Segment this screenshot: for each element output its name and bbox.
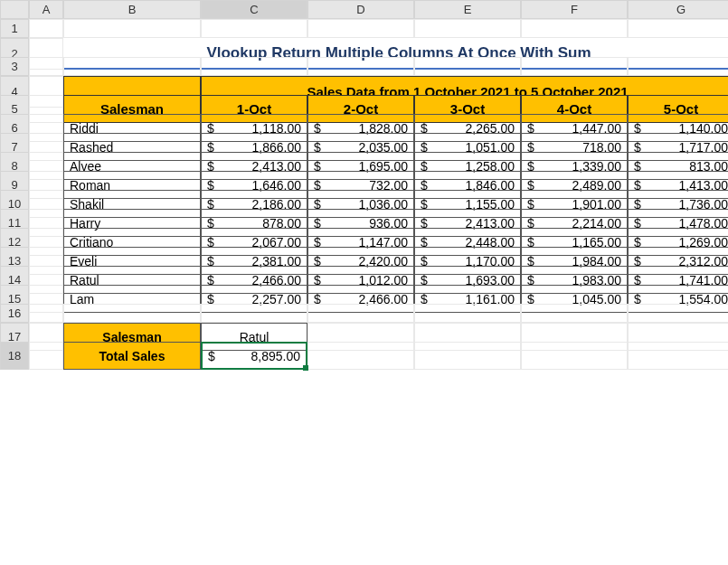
cell[interactable]	[628, 19, 728, 38]
cell[interactable]	[307, 19, 414, 38]
row-header-1[interactable]: 1	[0, 19, 29, 38]
fill-handle[interactable]	[303, 365, 308, 371]
cell[interactable]	[63, 57, 201, 76]
select-all-corner[interactable]	[0, 0, 29, 19]
cell[interactable]	[29, 57, 63, 76]
cell[interactable]	[201, 304, 307, 323]
cell[interactable]	[307, 57, 414, 76]
cell[interactable]	[29, 304, 63, 323]
cell[interactable]	[521, 57, 628, 76]
cell[interactable]	[628, 304, 728, 323]
cell[interactable]	[521, 19, 628, 38]
cell[interactable]	[201, 57, 307, 76]
cell[interactable]	[414, 304, 521, 323]
col-header-E[interactable]: E	[414, 0, 521, 19]
money-value: $8,895.00	[208, 349, 300, 363]
cell[interactable]	[521, 304, 628, 323]
cell[interactable]	[201, 19, 307, 38]
cell[interactable]	[414, 342, 521, 370]
currency-symbol: $	[208, 349, 215, 363]
amount: 8,895.00	[251, 349, 301, 363]
cell[interactable]	[29, 342, 63, 370]
col-header-G[interactable]: G	[628, 0, 728, 19]
cell[interactable]	[628, 342, 728, 370]
lookup-total-label: Total Sales	[63, 342, 201, 370]
col-header-C[interactable]: C	[201, 0, 307, 19]
col-header-F[interactable]: F	[521, 0, 628, 19]
cell[interactable]	[63, 19, 201, 38]
col-header-B[interactable]: B	[63, 0, 201, 19]
row-header-18[interactable]: 18	[0, 342, 29, 370]
cell[interactable]	[414, 57, 521, 76]
row-header-16[interactable]: 16	[0, 304, 29, 323]
col-header-D[interactable]: D	[307, 0, 414, 19]
cell[interactable]	[307, 304, 414, 323]
cell[interactable]	[628, 57, 728, 76]
lookup-total-value[interactable]: $8,895.00	[201, 342, 307, 370]
cell[interactable]	[414, 19, 521, 38]
cell[interactable]	[29, 19, 63, 38]
col-header-A[interactable]: A	[29, 0, 63, 19]
row-header-3[interactable]: 3	[0, 57, 29, 76]
cell[interactable]	[63, 304, 201, 323]
cell[interactable]	[521, 342, 628, 370]
cell[interactable]	[307, 342, 414, 370]
